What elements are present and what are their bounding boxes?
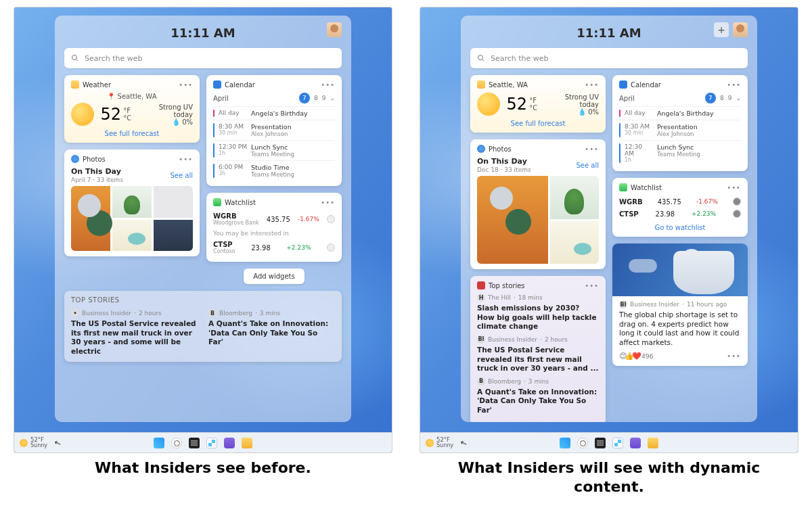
taskbar-search-icon[interactable] — [577, 438, 588, 448]
weather-icon — [71, 80, 79, 89]
news-card[interactable]: BIBusiness Insider · 11 hours ago The gl… — [612, 243, 748, 366]
search-icon — [477, 54, 485, 62]
weather-widget[interactable]: Weather ••• 📍 Seattle, WA 52°F°C Strong … — [64, 75, 200, 143]
add-widget-button[interactable]: + — [714, 22, 729, 37]
more-icon[interactable]: ••• — [727, 81, 741, 89]
more-icon[interactable]: ••• — [585, 81, 599, 89]
calendar-event[interactable]: 6:00 PM3hStudio TimeTeams Meeting — [213, 160, 335, 181]
clock: 11:11 AM — [577, 26, 641, 40]
after-screenshot: 11:11 AM + Search the web S — [420, 7, 798, 453]
photos-widget[interactable]: Photos ••• On This DayApril 7 · 33 items… — [64, 149, 200, 256]
more-icon[interactable]: ••• — [179, 156, 193, 163]
search-input[interactable]: Search the web — [64, 48, 342, 68]
see-all-link[interactable]: See all — [576, 162, 599, 169]
news-item[interactable]: BIBusiness Insider · 2 hours The US Post… — [477, 335, 599, 373]
see-all-link[interactable]: See all — [170, 172, 193, 179]
taskbar-weather[interactable]: 52°FSunny — [426, 437, 453, 448]
calendar-event[interactable]: 12:30 AM1hLunch SyncTeams Meeting — [619, 140, 741, 166]
caption-before: What Insiders see before. — [95, 459, 311, 478]
more-icon[interactable]: ••• — [585, 145, 599, 153]
watchlist-row[interactable]: WGRB 435.75 -1.67% — [619, 195, 741, 208]
caption-after: What Insiders will see with dynamic cont… — [453, 459, 765, 496]
calendar-icon — [213, 80, 221, 89]
chevron-down-icon[interactable]: ⌄ — [330, 95, 335, 101]
taskbar-weather[interactable]: 52°FSunny — [20, 437, 47, 448]
selected-day[interactable]: 7 — [299, 93, 310, 103]
more-icon[interactable]: ••• — [585, 282, 599, 289]
before-screenshot: 11:11 AM Search the web Weat — [14, 7, 392, 453]
top-stories-widget[interactable]: Top stories ••• HThe Hill · 18 mins Slas… — [470, 276, 606, 422]
forecast-link[interactable]: See full forecast — [71, 130, 193, 137]
calendar-event[interactable]: 8:30 AM30 minPresentationAlex Johnson — [619, 120, 741, 140]
explorer-icon[interactable] — [648, 438, 658, 448]
news-icon — [477, 281, 485, 289]
widgets-panel: 11:11 AM Search the web Weat — [55, 16, 351, 422]
forecast-link[interactable]: See full forecast — [477, 120, 599, 127]
photos-widget[interactable]: Photos ••• On This DayDec 18 · 33 items … — [470, 139, 606, 269]
add-widgets-button[interactable]: Add widgets — [244, 269, 304, 284]
onedrive-icon — [71, 155, 79, 163]
photo-grid[interactable] — [477, 176, 599, 264]
taskbar-search-icon[interactable] — [171, 438, 182, 448]
task-view-icon[interactable] — [189, 438, 200, 448]
start-button[interactable] — [560, 438, 570, 448]
news-item[interactable]: •Business Insider · 2 hours The US Posta… — [71, 309, 198, 356]
more-icon[interactable]: ••• — [321, 81, 335, 89]
stocks-icon — [619, 183, 627, 191]
svg-line-1 — [76, 60, 78, 62]
calendar-event[interactable]: All dayAngela's Birthday — [619, 106, 741, 120]
chat-icon[interactable] — [224, 438, 235, 448]
chevron-down-icon[interactable]: ⌄ — [736, 95, 741, 101]
news-item[interactable]: BBloomberg · 3 mins A Quant's Take on In… — [208, 309, 335, 356]
news-image — [612, 243, 748, 296]
start-button[interactable] — [154, 438, 164, 448]
watchlist-row[interactable]: WGRBWoodgrove Bank 435.75 -1.67% — [213, 210, 335, 228]
widgets-icon[interactable] — [206, 438, 217, 448]
calendar-icon — [619, 80, 627, 89]
widgets-icon[interactable] — [612, 438, 623, 448]
more-icon[interactable]: ••• — [727, 184, 741, 191]
clock: 11:11 AM — [171, 26, 235, 40]
search-icon — [71, 54, 79, 62]
top-stories-widget[interactable]: TOP STORIES •Business Insider · 2 hours … — [64, 291, 342, 362]
onedrive-icon — [477, 145, 485, 153]
taskbar: 52°FSunny ↖ — [14, 432, 392, 452]
photo-grid[interactable] — [71, 186, 193, 251]
calendar-widget[interactable]: Calendar ••• April 7 8 9 ⌄ — [206, 75, 342, 186]
watchlist-widget[interactable]: Watchlist ••• WGRB 435.75 -1.67% CTSP — [612, 178, 748, 237]
svg-line-3 — [482, 60, 484, 62]
sun-icon — [71, 103, 94, 126]
calendar-event[interactable]: All dayAngela's Birthday — [213, 106, 335, 120]
sun-icon — [477, 93, 500, 116]
more-icon[interactable]: ••• — [179, 81, 193, 89]
chat-icon[interactable] — [630, 438, 641, 448]
cursor-icon: ↖ — [53, 437, 62, 448]
news-item[interactable]: HThe Hill · 18 mins Slash emissions by 2… — [477, 294, 599, 331]
calendar-event[interactable]: 12:30 PM1hLunch SyncTeams Meeting — [213, 140, 335, 160]
user-avatar[interactable] — [327, 22, 342, 37]
task-view-icon[interactable] — [595, 438, 606, 448]
watchlist-widget[interactable]: Watchlist ••• WGRBWoodgrove Bank 435.75 … — [206, 193, 342, 262]
weather-icon — [477, 80, 485, 89]
explorer-icon[interactable] — [242, 438, 252, 448]
watchlist-row[interactable]: CTSP 23.98 +2.23% — [619, 208, 741, 220]
watchlist-row[interactable]: CTSPContoso 23.98 +2.23% — [213, 239, 335, 256]
svg-point-2 — [478, 55, 483, 60]
search-input[interactable]: Search the web — [470, 48, 748, 68]
taskbar: 52°FSunny ↖ — [420, 432, 798, 452]
calendar-event[interactable]: 8:30 AM30 minPresentationAlex Johnson — [213, 120, 335, 140]
stocks-icon — [213, 198, 221, 206]
calendar-widget[interactable]: Calendar ••• April 7 8 9 ⌄ — [612, 75, 748, 171]
widgets-panel: 11:11 AM + Search the web S — [461, 16, 757, 422]
weather-widget[interactable]: Seattle, WA ••• 52°F°C Strong UV today💧 … — [470, 75, 606, 133]
svg-point-0 — [72, 55, 77, 60]
news-item[interactable]: BBloomberg · 3 mins A Quant's Take on In… — [477, 377, 599, 415]
user-avatar[interactable] — [733, 22, 748, 37]
more-icon[interactable]: ••• — [321, 199, 335, 206]
more-icon[interactable]: ••• — [727, 352, 741, 360]
watchlist-link[interactable]: Go to watchlist — [619, 224, 741, 231]
cursor-icon: ↖ — [459, 437, 468, 448]
